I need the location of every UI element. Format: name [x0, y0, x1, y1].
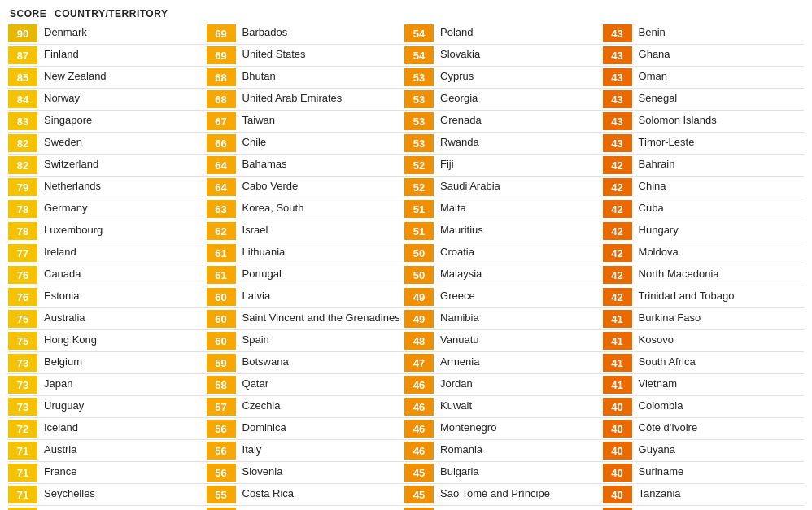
table-row: 57Czechia	[207, 396, 405, 418]
score-badge: 46	[404, 376, 434, 394]
country-name: Côte d'Ivoire	[639, 420, 698, 435]
table-row: 46Kuwait	[404, 396, 603, 418]
score-badge: 50	[404, 266, 434, 284]
score-badge: 79	[8, 178, 37, 196]
score-badge: 43	[603, 112, 632, 130]
score-badge: 68	[207, 68, 236, 86]
country-name: Hungary	[639, 222, 679, 238]
table-row: 79Netherlands	[8, 177, 207, 198]
table-row: 63Korea, South	[207, 198, 405, 220]
table-row: 53Grenada	[404, 111, 603, 133]
country-name: Germany	[44, 200, 87, 216]
score-badge: 63	[207, 200, 236, 218]
score-badge: 60	[207, 332, 236, 350]
table-row: 43Benin	[603, 23, 804, 45]
score-badge: 42	[603, 200, 632, 218]
score-header: SCORE	[10, 8, 55, 20]
table-row: 40Côte d'Ivoire	[603, 418, 804, 440]
table-row: 67Taiwan	[207, 111, 405, 133]
table-row: 68United Arab Emirates	[207, 89, 405, 111]
country-name: Qatar	[242, 376, 269, 391]
country-name: Bulgaria	[440, 464, 479, 479]
country-name: Israel	[242, 222, 268, 238]
table-row: 76Canada	[8, 264, 207, 286]
country-name: Malaysia	[440, 266, 482, 281]
table-row: 41Vietnam	[603, 374, 804, 396]
country-name: Solomon Islands	[639, 112, 717, 128]
country-name: Finland	[44, 46, 79, 62]
table-row: 42Trinidad and Tobago	[603, 286, 804, 308]
table-row: 42Bahrain	[603, 155, 804, 177]
table-row: 53Rwanda	[404, 133, 603, 155]
score-badge: 40	[603, 442, 632, 460]
score-badge: 90	[8, 24, 37, 42]
country-name: Costa Rica	[242, 486, 295, 501]
score-badge: 82	[8, 134, 37, 152]
score-badge: 69	[207, 24, 236, 42]
table-row: 44Jamaica	[404, 506, 603, 510]
table-row: 52Saudi Arabia	[404, 177, 603, 198]
score-badge: 45	[404, 486, 434, 503]
table-row: 71United Kingdom	[8, 506, 207, 510]
country-name: Italy	[242, 442, 262, 457]
table-row: 51Mauritius	[404, 220, 603, 242]
score-badge: 82	[8, 156, 37, 174]
score-badge: 69	[207, 46, 236, 64]
table-row: 41Burkina Faso	[603, 308, 804, 330]
table-row: 72Iceland	[8, 418, 207, 440]
score-badge: 47	[404, 354, 434, 372]
table-header: SCORE COUNTRY/TERRITORY	[8, 8, 804, 20]
country-name: Botswana	[242, 354, 289, 369]
country-name: Armenia	[440, 354, 479, 369]
score-badge: 83	[8, 112, 37, 130]
table-row: 64Bahamas	[207, 155, 405, 177]
table-row: 73Japan	[8, 374, 207, 396]
score-badge: 78	[8, 200, 37, 218]
country-name: Latvia	[242, 288, 271, 303]
country-name: Saint Vincent and the Grenadines	[242, 310, 400, 325]
column-col2: 69Barbados69United States68Bhutan68Unite…	[207, 23, 405, 510]
table-row: 40Guyana	[603, 440, 804, 462]
table-row: 50Malaysia	[404, 264, 603, 286]
country-name: Kosovo	[639, 332, 674, 347]
column-col4: 43Benin43Ghana43Oman43Senegal43Solomon I…	[603, 23, 804, 510]
table-row: 43Oman	[603, 67, 804, 89]
country-name: Slovakia	[440, 46, 480, 62]
country-name: Australia	[44, 310, 85, 325]
score-badge: 51	[404, 222, 434, 240]
score-badge: 76	[8, 266, 37, 284]
country-name: Fiji	[440, 156, 454, 172]
country-name: Seychelles	[44, 486, 95, 501]
table-row: 59Botswana	[207, 352, 405, 374]
score-badge: 46	[404, 442, 434, 460]
country-name: Korea, South	[242, 200, 304, 216]
table-row: 42North Macedonia	[603, 264, 804, 286]
score-badge: 53	[404, 90, 434, 108]
country-name: Mauritius	[440, 222, 483, 238]
country-name: Cyprus	[440, 68, 474, 84]
table-row: 75Australia	[8, 308, 207, 330]
table-row: 56Dominica	[207, 418, 405, 440]
score-badge: 66	[207, 134, 236, 152]
table-row: 87Finland	[8, 45, 207, 67]
score-badge: 45	[404, 464, 434, 482]
table-row: 43Solomon Islands	[603, 111, 804, 133]
table-row: 40Tunisia	[603, 506, 804, 510]
country-name: Senegal	[639, 90, 678, 106]
country-name: North Macedonia	[639, 266, 719, 281]
score-badge: 56	[207, 420, 236, 438]
table-row: 43Senegal	[603, 89, 804, 111]
country-name: Austria	[44, 442, 76, 457]
country-name: Belgium	[44, 354, 82, 369]
table-row: 84Norway	[8, 89, 207, 111]
country-name: Colombia	[639, 398, 683, 413]
country-name: France	[44, 464, 76, 479]
score-badge: 41	[603, 376, 632, 394]
table-row: 83Singapore	[8, 111, 207, 133]
table-row: 69Barbados	[207, 23, 405, 45]
score-badge: 73	[8, 376, 37, 394]
country-name: China	[639, 178, 666, 194]
table-row: 53Cyprus	[404, 67, 603, 89]
country-name: Timor-Leste	[639, 134, 695, 150]
country-name: Japan	[44, 376, 72, 391]
